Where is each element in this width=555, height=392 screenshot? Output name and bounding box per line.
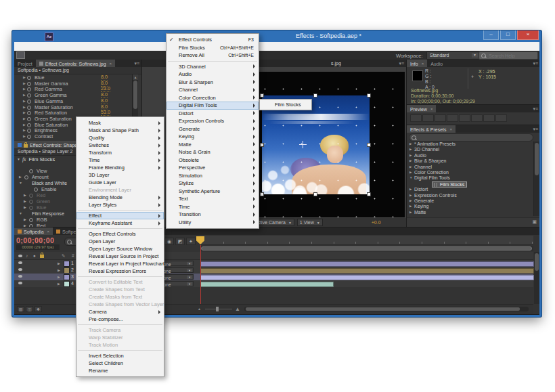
camera-tool-icon[interactable] [54, 51, 63, 59]
selection-handle[interactable] [260, 143, 264, 147]
pen-tool-icon[interactable] [83, 51, 91, 59]
menu-bar-item[interactable] [17, 42, 25, 51]
draft-3d-icon[interactable]: ◩ [175, 238, 185, 245]
shape-tool-icon[interactable] [73, 51, 82, 59]
stopwatch-icon[interactable] [27, 123, 31, 127]
menu-bar-item[interactable] [66, 42, 74, 51]
expander-icon[interactable]: ▶ [409, 193, 414, 198]
expand-transfer-controls-icon[interactable]: ◫ [26, 306, 33, 312]
stopwatch-icon[interactable] [27, 111, 31, 115]
expander-icon[interactable]: ▶ [409, 153, 414, 158]
stopwatch-icon[interactable] [27, 129, 31, 133]
panel-menu-icon[interactable]: ▾≡ [533, 61, 538, 66]
effects-search-box[interactable] [409, 133, 533, 141]
horizontal-scrollbar[interactable] [244, 307, 529, 311]
menu-item[interactable]: Track Motion [76, 341, 164, 349]
layer-color-chip[interactable] [64, 267, 70, 274]
menu-bar-item[interactable] [58, 42, 66, 51]
menu-item[interactable]: Perspective [166, 164, 259, 172]
menu-item[interactable]: Select Children [76, 360, 164, 367]
effects-list-item[interactable]: ▶Audio [407, 153, 533, 158]
new-folder-icon[interactable]: ▣ [532, 219, 537, 225]
effects-list-item[interactable]: ▶Blur & Sharpen [407, 158, 533, 164]
menu-item[interactable]: Film Stocks [260, 101, 311, 108]
stopwatch-icon[interactable] [29, 206, 33, 210]
stopwatch-icon[interactable] [27, 87, 31, 91]
menu-item[interactable]: Audio [166, 70, 259, 79]
expander-icon[interactable]: ▶ [58, 274, 60, 280]
menu-item[interactable]: Pre-compose... [76, 315, 164, 323]
layer-color-chip[interactable] [64, 261, 70, 267]
menu-item[interactable]: Reveal Expression Errors [76, 267, 164, 275]
tab-effect-controls-softnews[interactable]: Effect Controls: Softnews.jpg × [36, 60, 115, 67]
zoom-tool-icon[interactable] [35, 51, 44, 59]
panel-menu-icon[interactable]: ▾≡ [399, 61, 404, 66]
audio-toggle-button[interactable] [471, 114, 483, 122]
effects-list-item[interactable]: ▶Color Correction [407, 170, 533, 175]
view-layout-icon[interactable] [334, 219, 342, 226]
menu-item[interactable]: Track Camera [76, 326, 164, 334]
menu-item[interactable]: Simulation [166, 172, 259, 180]
effects-list-item[interactable]: ▶Expression Controls [407, 193, 533, 198]
pan-behind-tool-icon[interactable] [64, 51, 72, 59]
menu-item[interactable]: Rename [76, 367, 164, 374]
menu-item[interactable]: Matte [166, 141, 259, 149]
menu-item[interactable]: Obsolete [166, 156, 259, 165]
rotation-tool-icon[interactable] [45, 51, 53, 59]
expander-icon[interactable]: ▶ [409, 170, 414, 175]
menu-bar-item[interactable] [33, 42, 41, 51]
menu-bar-item[interactable] [74, 42, 82, 51]
stopwatch-icon[interactable] [29, 169, 33, 173]
menu-item[interactable]: Synthetic Aperture [166, 188, 259, 196]
stopwatch-icon[interactable] [29, 194, 33, 198]
expander-icon[interactable]: ▶ [409, 147, 414, 152]
menu-item[interactable]: Film StocksCtrl+Alt+Shift+E [166, 44, 259, 52]
effects-list-item[interactable]: ▶Distort [407, 187, 533, 192]
play-button[interactable] [435, 114, 446, 122]
tab-info[interactable]: Info× [407, 60, 427, 67]
expand-layer-switches-icon[interactable]: ▥ [17, 306, 24, 312]
expander-icon[interactable]: ▶ [409, 204, 414, 209]
pixel-aspect-icon[interactable] [343, 219, 351, 226]
expander-icon[interactable]: ▼ [409, 175, 414, 181]
loop-button[interactable] [483, 114, 495, 122]
menu-item[interactable]: Transition [166, 211, 259, 219]
menu-bar-item[interactable] [82, 42, 90, 51]
current-timecode[interactable]: 0;00;00;00 [16, 236, 54, 244]
menu-item[interactable]: Utility [166, 219, 259, 227]
titlebar[interactable]: Ae Effects - Softpedia.aep * – □ × [12, 30, 541, 42]
work-area[interactable] [200, 246, 533, 251]
selection-handle[interactable] [260, 93, 264, 97]
expander-icon[interactable]: ▶ [24, 204, 29, 211]
layer-duration-bar[interactable] [200, 261, 534, 267]
motion-blur-icon[interactable]: ✦ [186, 238, 196, 245]
selection-handle[interactable] [313, 93, 317, 97]
menu-item[interactable]: Stylize [166, 179, 259, 188]
work-area-bar[interactable] [201, 246, 532, 251]
layer-color-chip[interactable] [64, 274, 70, 280]
menu-bar-item[interactable] [49, 42, 58, 51]
tab-effects-presets[interactable]: Effects & Presets× [407, 125, 456, 133]
minimize-button[interactable]: – [483, 30, 499, 40]
timeline-vertical-scrollbar[interactable] [534, 252, 539, 304]
expander-icon[interactable]: ▶ [24, 198, 29, 204]
view-layout-dropdown[interactable]: 1 View▼ [297, 219, 323, 226]
tab-timeline-softpedia[interactable]: Softpedia× [14, 227, 53, 235]
effects-list-item[interactable]: Film Stocks [407, 181, 533, 187]
expander-icon[interactable]: ▶ [409, 198, 414, 204]
menu-item[interactable]: Create Masks from Text [76, 293, 164, 301]
ram-preview-button[interactable] [495, 114, 507, 122]
eraser-tool-icon[interactable] [120, 51, 129, 59]
flowchart-icon[interactable] [352, 219, 359, 226]
effects-list-item[interactable]: ▶* Animation Presets [407, 141, 533, 147]
menu-item[interactable]: Reveal Layer in Project Flowchart [76, 260, 164, 267]
expander-icon[interactable]: ▶ [409, 141, 414, 147]
collapse-icon[interactable]: ▼ [17, 157, 20, 161]
composition-mini-flowchart-icon[interactable]: ◉ [164, 238, 174, 245]
layer-duration-bar[interactable] [200, 275, 534, 280]
menu-item[interactable]: Invert Selection [76, 352, 164, 360]
stopwatch-icon[interactable] [27, 106, 31, 110]
brush-tool-icon[interactable] [102, 51, 110, 59]
menu-item[interactable]: Remove AllCtrl+Shift+E [166, 51, 259, 60]
menu-item[interactable]: Frame Blending [76, 164, 164, 171]
